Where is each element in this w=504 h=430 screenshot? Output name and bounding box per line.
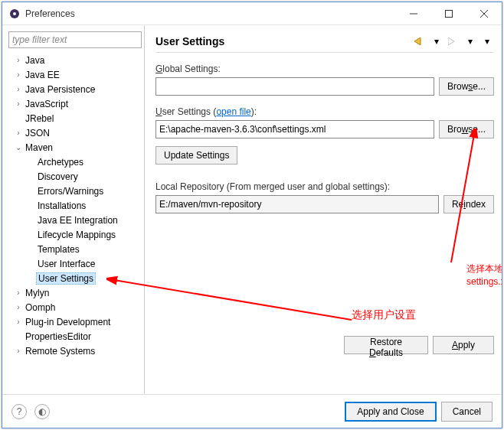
browse-user-button[interactable]: Browse... <box>439 120 494 138</box>
forward-menu-icon[interactable]: ▾ <box>463 34 477 48</box>
tree-item[interactable]: User Settings <box>8 271 141 285</box>
restore-defaults-button[interactable]: Restore Defaults <box>344 336 428 354</box>
help-icon[interactable]: ? <box>11 404 27 419</box>
open-file-link[interactable]: open file <box>216 106 250 117</box>
annotation-text-1: 选择用户设置 <box>352 308 416 322</box>
tree-item-label: Archetypes <box>36 157 85 168</box>
tree-item[interactable]: User Interface <box>8 256 141 271</box>
tree-item-label: User Interface <box>36 259 97 269</box>
tree-item-label: Installations <box>36 200 87 211</box>
tree-item[interactable]: ›Remote Systems <box>8 344 141 358</box>
tree-item-label: JRebel <box>24 113 55 124</box>
svg-rect-3 <box>446 10 453 17</box>
tree-item[interactable]: Errors/Warnings <box>8 184 141 198</box>
local-repo-input[interactable] <box>155 195 439 213</box>
user-settings-label: User Settings (open file): <box>155 106 494 117</box>
expand-arrow-icon[interactable]: › <box>13 318 24 326</box>
preferences-window: Preferences ›Java›Java EE›Java Persisten… <box>2 2 502 428</box>
preferences-tree[interactable]: ›Java›Java EE›Java Persistence›JavaScrip… <box>5 53 141 389</box>
tree-item[interactable]: Installations <box>8 198 141 213</box>
reindex-button[interactable]: Reindex <box>443 195 494 213</box>
global-settings-label: Global Settings: <box>155 64 494 74</box>
expand-arrow-icon[interactable]: › <box>13 129 24 137</box>
back-menu-icon[interactable]: ▾ <box>430 34 443 48</box>
tree-item[interactable]: PropertiesEditor <box>8 329 141 344</box>
tree-item-label: PropertiesEditor <box>24 331 93 342</box>
expand-arrow-icon[interactable]: › <box>13 347 24 355</box>
svg-point-1 <box>13 12 16 15</box>
apply-button[interactable]: Apply <box>433 336 494 354</box>
footer: ? ◐ Apply and Close Cancel <box>2 394 502 428</box>
tree-item-label: User Settings <box>36 272 96 285</box>
content-header: User Settings ▾ ▾ ▾ <box>155 30 494 53</box>
titlebar: Preferences <box>2 2 502 25</box>
tree-item[interactable]: Discovery <box>8 169 141 184</box>
window-controls <box>396 2 502 25</box>
user-settings-input[interactable] <box>155 120 434 138</box>
sidebar: ›Java›Java EE›Java Persistence›JavaScrip… <box>2 25 145 394</box>
view-menu-icon[interactable]: ▾ <box>480 34 494 48</box>
global-settings-input[interactable] <box>155 77 434 96</box>
tree-item-label: Oomph <box>24 302 57 313</box>
tree-item-label: Errors/Warnings <box>36 186 105 197</box>
expand-arrow-icon[interactable]: › <box>13 85 24 93</box>
tree-item[interactable]: Templates <box>8 242 141 256</box>
tree-item[interactable]: Java EE Integration <box>8 213 141 227</box>
tree-item-label: Java Persistence <box>24 84 97 95</box>
cancel-button[interactable]: Cancel <box>441 402 493 422</box>
local-repo-label: Local Repository (From merged user and g… <box>155 181 494 192</box>
tree-item-label: Plug-in Development <box>24 317 112 327</box>
svg-line-6 <box>114 280 352 320</box>
tree-item[interactable]: Archetypes <box>8 155 141 169</box>
close-button[interactable] <box>466 2 502 25</box>
progress-icon[interactable]: ◐ <box>34 404 50 419</box>
update-settings-button[interactable]: Update Settings <box>155 146 237 165</box>
tree-item[interactable]: JRebel <box>8 111 141 125</box>
apply-and-close-button[interactable]: Apply and Close <box>345 402 436 422</box>
tree-item[interactable]: ›JSON <box>8 125 141 140</box>
annotation-arrow-1 <box>106 274 367 343</box>
window-title: Preferences <box>25 8 396 19</box>
back-icon[interactable] <box>413 34 427 48</box>
app-icon <box>8 8 21 20</box>
tree-item-label: Lifecycle Mappings <box>36 230 117 240</box>
tree-item[interactable]: ›Mylyn <box>8 285 141 300</box>
tree-item[interactable]: ›Plug-in Development <box>8 314 141 329</box>
expand-arrow-icon[interactable]: › <box>13 56 24 64</box>
tree-item[interactable]: ›Oomph <box>8 300 141 314</box>
minimize-button[interactable] <box>396 2 431 25</box>
tree-item[interactable]: ›Java EE <box>8 67 141 82</box>
tree-item-label: Java <box>24 55 46 66</box>
expand-arrow-icon[interactable]: › <box>13 99 24 108</box>
tree-item-label: Mylyn <box>24 288 51 298</box>
forward-icon[interactable] <box>447 34 460 48</box>
tree-item-label: JSON <box>24 128 51 138</box>
tree-item-label: Discovery <box>36 171 80 182</box>
tree-item-label: Java EE Integration <box>36 215 119 226</box>
tree-item[interactable]: ›Java Persistence <box>8 82 141 96</box>
expand-arrow-icon[interactable]: ⌄ <box>13 143 24 151</box>
tree-item[interactable]: ⌄Maven <box>8 140 141 155</box>
tree-item[interactable]: Lifecycle Mappings <box>8 227 141 242</box>
tree-item-label: Templates <box>36 244 81 255</box>
expand-arrow-icon[interactable]: › <box>13 70 24 79</box>
tree-item[interactable]: ›Java <box>8 53 141 67</box>
filter-input[interactable] <box>8 31 142 48</box>
tree-item-label: Java EE <box>24 70 61 80</box>
tree-item-label: JavaScript <box>24 99 70 109</box>
expand-arrow-icon[interactable]: › <box>13 303 24 311</box>
expand-arrow-icon[interactable]: › <box>13 288 24 297</box>
annotation-text-2: 选择本地maven下载路径中的 settings.xml文件 <box>466 262 502 288</box>
nav-icons: ▾ ▾ ▾ <box>413 34 494 48</box>
content-panel: User Settings ▾ ▾ ▾ Global Settings: Bro… <box>145 25 502 394</box>
tree-item[interactable]: ›JavaScript <box>8 96 141 111</box>
tree-item-label: Maven <box>24 142 54 153</box>
tree-item-label: Remote Systems <box>24 346 97 357</box>
window-body: ›Java›Java EE›Java Persistence›JavaScrip… <box>2 25 502 394</box>
maximize-button[interactable] <box>431 2 466 25</box>
browse-global-button[interactable]: Browse... <box>439 77 494 96</box>
page-title: User Settings <box>155 35 413 47</box>
